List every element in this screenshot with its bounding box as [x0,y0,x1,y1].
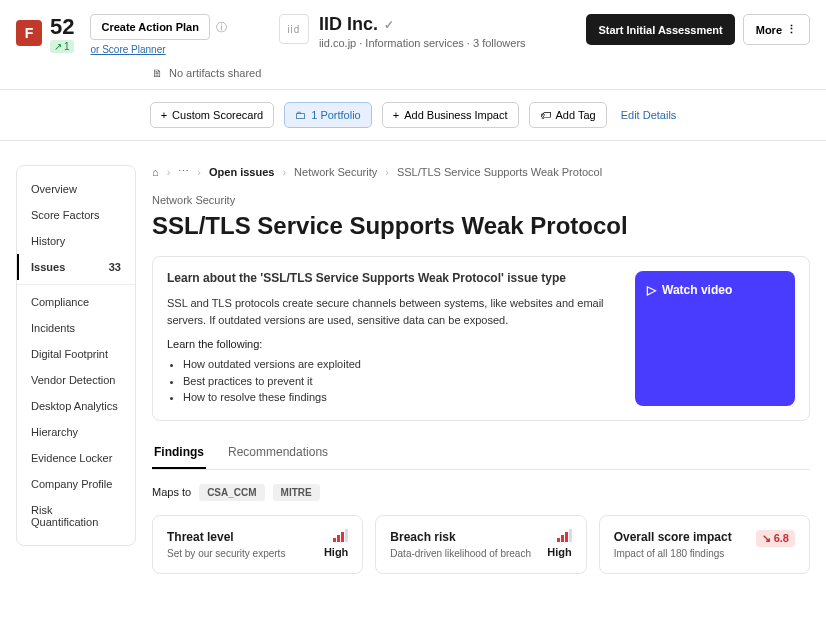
learn-subtitle: Learn the following: [167,338,621,350]
sidebar-item-compliance[interactable]: Compliance [17,289,135,315]
sidebar-item-hierarchy[interactable]: Hierarchy [17,419,135,445]
sidebar-item-issues[interactable]: Issues33 [17,254,135,280]
info-icon[interactable]: ⓘ [216,20,227,35]
sidebar-item-vendor-detection[interactable]: Vendor Detection [17,367,135,393]
company-meta: iid.co.jp · Information services · 3 fol… [319,37,526,49]
plus-icon: + [161,109,167,121]
custom-scorecard-button[interactable]: +Custom Scorecard [150,102,275,128]
add-tag-button[interactable]: 🏷Add Tag [529,102,607,128]
sidebar-item-incidents[interactable]: Incidents [17,315,135,341]
breadcrumb-category[interactable]: Network Security [294,166,377,178]
page-title: SSL/TLS Service Supports Weak Protocol [152,212,810,240]
card-subtitle: Set by our security experts [167,548,285,559]
plus-icon: + [393,109,399,121]
chevron-right-icon: › [167,166,171,178]
sidebar: Overview Score Factors History Issues33 … [16,165,136,546]
play-icon: ▷ [647,283,656,297]
chevron-right-icon: › [385,166,389,178]
document-icon: 🗎 [152,67,163,79]
map-tag-csa[interactable]: CSA_CCM [199,484,264,501]
learn-box: Learn about the 'SSL/TLS Service Support… [152,256,810,421]
learn-body: SSL and TLS protocols create secure chan… [167,295,621,328]
card-title: Threat level [167,530,285,544]
learn-item: How to resolve these findings [183,389,621,406]
grade-badge: F [16,20,42,46]
tab-recommendations[interactable]: Recommendations [226,437,330,469]
signal-bars-icon [547,530,571,542]
ellipsis-icon[interactable]: ⋯ [178,165,189,178]
learn-title: Learn about the 'SSL/TLS Service Support… [167,271,621,285]
threat-level-card: Threat level Set by our security experts… [152,515,363,574]
card-subtitle: Data-driven likelihood of breach [390,548,531,559]
artifacts-row: 🗎 No artifacts shared [152,67,810,79]
breadcrumb-current: SSL/TLS Service Supports Weak Protocol [397,166,602,178]
tab-findings[interactable]: Findings [152,437,206,469]
home-icon[interactable]: ⌂ [152,166,159,178]
sidebar-item-desktop-analytics[interactable]: Desktop Analytics [17,393,135,419]
learn-item: Best practices to prevent it [183,373,621,390]
breadcrumb-open-issues[interactable]: Open issues [209,166,274,178]
sidebar-item-risk-quantification[interactable]: Risk Quantification [17,497,135,535]
chevron-right-icon: › [282,166,286,178]
company-name: IID Inc. ✓ [319,14,526,35]
portfolio-button[interactable]: 🗀1 Portfolio [284,102,372,128]
breach-risk-card: Breach risk Data-driven likelihood of br… [375,515,586,574]
learn-item: How outdated versions are exploited [183,356,621,373]
arrow-down-icon: ↘ [762,532,771,545]
sidebar-item-history[interactable]: History [17,228,135,254]
more-button[interactable]: More⋮ [743,14,810,45]
score-delta: ↗1 [50,40,74,53]
start-assessment-button[interactable]: Start Initial Assessment [586,14,734,45]
breach-value: High [547,546,571,558]
sidebar-item-digital-footprint[interactable]: Digital Footprint [17,341,135,367]
add-business-impact-button[interactable]: +Add Business Impact [382,102,519,128]
sidebar-item-overview[interactable]: Overview [17,176,135,202]
card-title: Breach risk [390,530,531,544]
verified-icon: ✓ [384,18,394,32]
sidebar-item-company-profile[interactable]: Company Profile [17,471,135,497]
card-title: Overall score impact [614,530,732,544]
create-action-plan-button[interactable]: Create Action Plan [90,14,209,40]
breadcrumb: ⌂ › ⋯ › Open issues › Network Security ›… [152,165,810,178]
tag-icon: 🏷 [540,109,551,121]
page-subtitle: Network Security [152,194,810,206]
map-tag-mitre[interactable]: MITRE [273,484,320,501]
threat-value: High [324,546,348,558]
edit-details-link[interactable]: Edit Details [621,109,677,121]
impact-badge: ↘6.8 [756,530,795,547]
chevron-right-icon: › [197,166,201,178]
watch-video-button[interactable]: ▷ Watch video [635,271,795,406]
score-value: 52 [50,14,74,40]
sidebar-item-score-factors[interactable]: Score Factors [17,202,135,228]
sidebar-item-evidence-locker[interactable]: Evidence Locker [17,445,135,471]
maps-to-label: Maps to [152,486,191,498]
card-subtitle: Impact of all 180 findings [614,548,732,559]
score-impact-card: Overall score impact Impact of all 180 f… [599,515,810,574]
company-logo: iid [279,14,309,44]
score-planner-link[interactable]: or Score Planner [90,44,165,55]
folder-icon: 🗀 [295,109,306,121]
signal-bars-icon [324,530,348,542]
